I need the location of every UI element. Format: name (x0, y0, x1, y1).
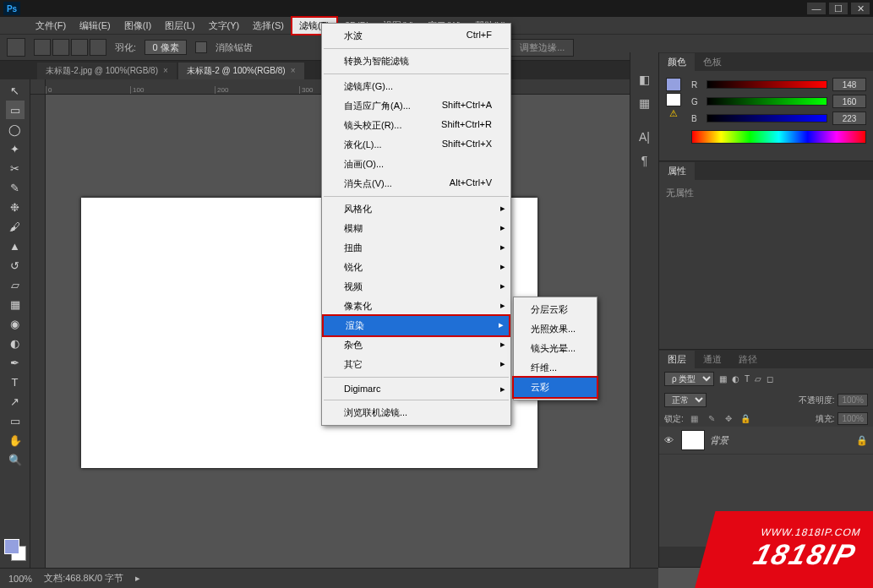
lock-position-icon[interactable]: ✥ (723, 414, 734, 423)
tab-properties[interactable]: 属性 (659, 162, 695, 180)
history-panel-icon[interactable]: ◧ (635, 69, 655, 90)
maximize-button[interactable]: ☐ (829, 3, 848, 14)
zoom-level[interactable]: 100% (8, 574, 32, 584)
menu-image[interactable]: 图像(I) (117, 18, 158, 34)
lock-all-icon[interactable]: 🔒 (739, 414, 751, 423)
sub-lens-flare[interactable]: 镜头光晕... (514, 339, 597, 358)
sub-lighting-effects[interactable]: 光照效果... (514, 319, 597, 339)
lasso-tool[interactable]: ◯ (6, 120, 25, 139)
layer-filter-select[interactable]: ρ 类型 (664, 372, 714, 386)
dd-other[interactable]: 其它▸ (322, 355, 510, 374)
move-tool[interactable]: ↖ (6, 81, 25, 100)
dd-lens-correction[interactable]: 镜头校正(R)...Shift+Ctrl+R (322, 116, 510, 135)
dd-vanishing-point[interactable]: 消失点(V)...Alt+Ctrl+V (322, 174, 510, 193)
tab-channels[interactable]: 通道 (695, 351, 730, 368)
tab-swatches[interactable]: 色板 (695, 53, 730, 71)
selection-add-icon[interactable] (52, 39, 69, 56)
dd-noise[interactable]: 杂色▸ (322, 335, 510, 355)
stamp-tool[interactable]: ▲ (6, 237, 25, 255)
lock-paint-icon[interactable]: ✎ (706, 414, 717, 423)
dd-liquify[interactable]: 液化(L)...Shift+Ctrl+X (322, 135, 510, 155)
filter-shape-icon[interactable]: ▱ (755, 374, 761, 384)
fg-swatch[interactable] (666, 78, 681, 91)
visibility-icon[interactable]: 👁 (664, 435, 676, 445)
opacity-value[interactable]: 100% (838, 394, 868, 406)
layer-thumbnail[interactable] (681, 430, 705, 450)
menu-edit[interactable]: 编辑(E) (73, 18, 117, 34)
bg-swatch[interactable] (666, 93, 681, 106)
b-slider[interactable] (707, 114, 827, 122)
layer-name[interactable]: 背景 (710, 434, 728, 447)
lock-transparency-icon[interactable]: ▦ (689, 414, 701, 423)
filter-smart-icon[interactable]: ◻ (767, 374, 773, 384)
color-swatch[interactable] (4, 539, 26, 561)
tab-paths[interactable]: 路径 (730, 351, 766, 368)
tool-preset-icon[interactable] (7, 38, 25, 57)
dd-sharpen[interactable]: 锐化▸ (322, 258, 510, 277)
blend-mode-select[interactable]: 正常 (664, 393, 707, 407)
paragraph-panel-icon[interactable]: ¶ (635, 150, 655, 171)
g-slider[interactable] (707, 97, 827, 106)
gradient-tool[interactable]: ▦ (6, 295, 25, 313)
dd-stylize[interactable]: 风格化▸ (322, 199, 510, 219)
dd-browse-online[interactable]: 浏览联机滤镜... (322, 403, 510, 422)
shape-tool[interactable]: ▭ (6, 411, 25, 430)
r-input[interactable] (832, 78, 866, 91)
dd-pixelate[interactable]: 像素化▸ (322, 297, 510, 316)
g-input[interactable] (832, 95, 866, 108)
healing-tool[interactable]: ❉ (6, 198, 25, 216)
brush-tool[interactable]: 🖌 (6, 217, 25, 236)
doc-tab-2[interactable]: 未标题-2 @ 100%(RGB/8)× (178, 63, 304, 79)
marquee-tool[interactable]: ▭ (6, 101, 25, 119)
feather-input[interactable] (145, 40, 187, 55)
tab-color[interactable]: 颜色 (659, 53, 695, 71)
dd-digimarc[interactable]: Digimarc▸ (322, 380, 510, 397)
doc-tab-1[interactable]: 未标题-2.jpg @ 100%(RGB/8)× (37, 63, 177, 79)
menu-layer[interactable]: 图层(L) (158, 18, 201, 34)
eraser-tool[interactable]: ▱ (6, 275, 25, 294)
sub-difference-clouds[interactable]: 分层云彩 (514, 300, 597, 319)
history-brush-tool[interactable]: ↺ (6, 256, 25, 275)
sub-fibers[interactable]: 纤维... (514, 358, 597, 378)
path-tool[interactable]: ↗ (6, 392, 25, 411)
fg-color-swatch[interactable] (4, 539, 19, 554)
layer-item[interactable]: 👁 背景 🔒 (659, 427, 873, 455)
minimize-button[interactable]: — (807, 3, 826, 14)
b-input[interactable] (832, 112, 866, 125)
dd-last-filter[interactable]: 水波Ctrl+F (322, 26, 510, 46)
filter-adjust-icon[interactable]: ◐ (732, 374, 739, 384)
dodge-tool[interactable]: ◐ (6, 334, 25, 352)
zoom-tool[interactable]: 🔍 (6, 450, 25, 469)
spectrum-picker[interactable] (691, 130, 866, 144)
blur-tool[interactable]: ◉ (6, 314, 25, 333)
menu-file[interactable]: 文件(F) (29, 18, 73, 34)
menu-type[interactable]: 文字(Y) (202, 18, 247, 34)
dd-distort[interactable]: 扭曲▸ (322, 238, 510, 258)
dd-blur[interactable]: 模糊▸ (322, 219, 510, 238)
dd-filter-gallery[interactable]: 滤镜库(G)... (322, 77, 510, 96)
close-icon[interactable]: × (291, 66, 296, 75)
dd-video[interactable]: 视频▸ (322, 277, 510, 297)
selection-subtract-icon[interactable] (71, 39, 88, 56)
chevron-right-icon[interactable]: ▸ (135, 573, 140, 584)
filter-pixel-icon[interactable]: ▦ (719, 374, 727, 384)
fill-value[interactable]: 100% (838, 412, 868, 425)
dd-smart-filter[interactable]: 转换为智能滤镜 (322, 52, 510, 71)
sub-clouds[interactable]: 云彩 (512, 376, 598, 399)
type-tool[interactable]: T (6, 373, 25, 391)
eyedropper-tool[interactable]: ✎ (6, 178, 25, 197)
tab-layers[interactable]: 图层 (659, 351, 695, 368)
selection-new-icon[interactable] (34, 39, 51, 56)
selection-intersect-icon[interactable] (90, 39, 106, 56)
r-slider[interactable] (707, 80, 827, 89)
dd-oil-paint[interactable]: 油画(O)... (322, 155, 510, 174)
dd-render[interactable]: 渲染▸ (322, 314, 510, 337)
magic-wand-tool[interactable]: ✦ (6, 139, 25, 158)
close-button[interactable]: ✕ (851, 3, 870, 14)
filter-type-icon[interactable]: T (745, 374, 750, 384)
actions-panel-icon[interactable]: ▦ (635, 93, 655, 113)
dd-adaptive-wide[interactable]: 自适应广角(A)...Shift+Ctrl+A (322, 96, 510, 116)
crop-tool[interactable]: ✂ (6, 159, 25, 177)
pen-tool[interactable]: ✒ (6, 353, 25, 372)
refine-edge-button[interactable]: 调整边缘... (510, 39, 574, 57)
